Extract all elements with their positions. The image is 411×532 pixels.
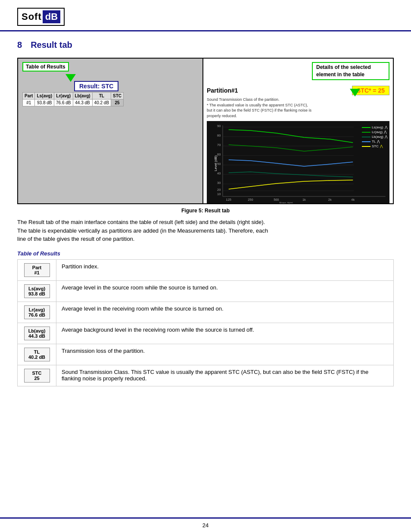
partition-description: Sound Transmission Class of the partitio… [207, 97, 389, 118]
cell-lb: 44.3 dB [73, 100, 92, 106]
svg-text:1k: 1k [302, 198, 306, 202]
legend-ls: Ls(avg) ⋀ [362, 125, 388, 129]
annotation-arrow-left [65, 74, 76, 82]
table-row: TL40.2 dBTransmission loss of the partit… [18, 344, 394, 365]
svg-text:250: 250 [248, 198, 253, 202]
svg-text:20: 20 [217, 188, 221, 192]
section-number: 8 [17, 40, 22, 50]
main-content: 8 Result tab Table of Results Result: ST… [0, 31, 411, 404]
col-lr: Lr(avg) [54, 93, 73, 100]
description-cell: Transmission loss of the partition. [56, 344, 394, 365]
svg-text:40: 40 [217, 171, 221, 175]
col-stc: STC [111, 93, 124, 100]
legend-lr: Lr(avg) ⋀ [362, 130, 388, 134]
table-row: STC25Sound Transmission Class. This STC … [18, 365, 394, 386]
company-logo: Soft dB [17, 8, 65, 26]
col-tl: TL [92, 93, 111, 100]
data-table: Part#1Partition index.Ls(avg)93.8 dBAver… [17, 259, 394, 386]
icon-cell: Part#1 [18, 259, 56, 280]
svg-text:125: 125 [226, 198, 231, 202]
cell-ls: 93.8 dB [35, 100, 54, 106]
icon-box: Part#1 [24, 263, 50, 277]
icon-cell: TL40.2 dB [18, 344, 56, 365]
description-cell: Average level in the source room while t… [56, 280, 394, 302]
legend-stc: STC ⋀ [362, 144, 388, 148]
description-cell: Sound Transmission Class. This STC value… [56, 365, 394, 386]
icon-cell: Lr(avg)76.6 dB [18, 302, 56, 323]
table-row: Lb(avg)44.3 dBAverage background level i… [18, 323, 394, 344]
col-lb: Lb(avg) [73, 93, 92, 100]
description-cell: Partition index. [56, 259, 394, 280]
cell-stc: 25 [111, 100, 124, 106]
icon-box: TL40.2 dB [24, 348, 50, 361]
cell-part: #1 [23, 100, 35, 106]
svg-text:60: 60 [217, 152, 221, 156]
y-axis-label: Level (dB) [214, 156, 218, 171]
section-heading: 8 Result tab [17, 40, 394, 50]
page-header: Soft dB [0, 0, 411, 31]
icon-cell: STC25 [18, 365, 56, 386]
svg-text:2k: 2k [328, 198, 332, 202]
cell-tl: 40.2 dB [92, 100, 111, 106]
logo-soft-text: Soft [22, 11, 42, 22]
cell-lr: 76.6 dB [54, 100, 73, 106]
left-panel: Table of Results Result: STC Part Ls(avg… [18, 59, 203, 203]
svg-text:4k: 4k [351, 198, 355, 202]
annotation-arrow-right [350, 89, 360, 96]
svg-text:30: 30 [217, 181, 221, 185]
col-ls: Ls(avg) [35, 93, 54, 100]
right-panel: Details of the selected element in the t… [203, 59, 393, 203]
result-stc-label: Result: STC [74, 81, 118, 91]
table-row: Part#1Partition index. [18, 259, 394, 280]
annotation-details: Details of the selected element in the t… [312, 62, 389, 80]
legend-lb: Lb(avg) ⋀ [362, 135, 388, 139]
svg-text:70: 70 [217, 143, 221, 147]
partition-title: Partition#1 [207, 87, 238, 94]
svg-text:90: 90 [217, 124, 221, 128]
chart-legend: Ls(avg) ⋀ Lr(avg) ⋀ Lb(avg) ⋀ [362, 125, 388, 149]
svg-text:500: 500 [274, 198, 279, 202]
table-results-heading: Table of Results [17, 250, 394, 257]
svg-text:10: 10 [217, 192, 221, 196]
chart-container: Level (dB) 90 80 70 60 50 40 30 20 [207, 121, 389, 203]
table-row: Ls(avg)93.8 dBAverage level in the sourc… [18, 280, 394, 302]
icon-box: STC25 [24, 369, 50, 383]
col-part: Part [23, 93, 35, 100]
page-footer: 24 [0, 517, 411, 532]
page-number: 24 [202, 522, 209, 529]
figure-caption: Figure 5: Result tab [17, 208, 394, 214]
icon-cell: Ls(avg)93.8 dB [18, 280, 56, 302]
partition-header: Partition#1 STC* = 25 [207, 86, 389, 95]
description-text: The Result tab of the main interface con… [17, 218, 394, 243]
svg-text:Freq (Hz): Freq (Hz) [280, 201, 293, 203]
section-title: Result tab [31, 40, 72, 50]
screenshot-container: Table of Results Result: STC Part Ls(avg… [17, 58, 394, 204]
icon-cell: Lb(avg)44.3 dB [18, 323, 56, 344]
annotation-table-of-results: Table of Results [22, 62, 69, 72]
result-table: Part Ls(avg) Lr(avg) Lb(avg) TL STC #1 9… [22, 92, 124, 106]
description-cell: Average background level in the receivin… [56, 323, 394, 344]
icon-box: Lb(avg)44.3 dB [24, 327, 50, 340]
icon-box: Lr(avg)76.6 dB [24, 305, 50, 319]
icon-box: Ls(avg)93.8 dB [24, 284, 50, 298]
svg-text:50: 50 [217, 162, 221, 166]
description-cell: Average level in the receiving room whil… [56, 302, 394, 323]
table-row: Lr(avg)76.6 dBAverage level in the recei… [18, 302, 394, 323]
legend-tl: TL ⋀ [362, 140, 388, 143]
svg-text:80: 80 [217, 134, 221, 137]
logo-db-text: dB [43, 10, 60, 23]
